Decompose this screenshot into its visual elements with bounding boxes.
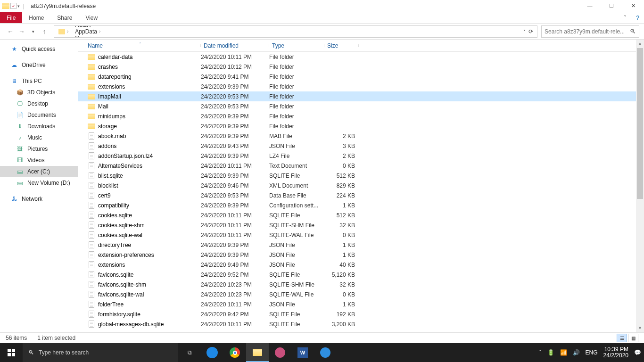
app-chrome[interactable] xyxy=(223,343,246,362)
tab-view[interactable]: View xyxy=(79,12,104,23)
forward-button[interactable]: → xyxy=(16,28,27,35)
col-date[interactable]: Date modified xyxy=(201,42,269,49)
file-row[interactable]: directoryTree24/2/2020 9:39 PMJSON File1… xyxy=(78,240,644,250)
file-row[interactable]: calendar-data24/2/2020 10:11 PMFile fold… xyxy=(78,52,644,62)
file-row[interactable]: blocklist24/2/2020 9:46 PMXML Document82… xyxy=(78,181,644,190)
minimize-button[interactable]: — xyxy=(579,0,601,12)
sidebar-pc-item[interactable]: 🖵Desktop xyxy=(0,98,78,109)
file-size: 1 KB xyxy=(324,301,359,308)
sidebar-network[interactable]: 🖧Network xyxy=(0,193,78,205)
tab-file[interactable]: File xyxy=(0,12,22,23)
tray-chevron-up-icon[interactable]: ˄ xyxy=(539,349,542,356)
file-row[interactable]: favicons.sqlite-wal24/2/2020 10:23 PMSQL… xyxy=(78,289,644,299)
file-row[interactable]: extensions24/2/2020 9:39 PMFile folder xyxy=(78,82,644,91)
app-generic-1[interactable] xyxy=(269,343,291,362)
breadcrumb-root-icon[interactable]: › xyxy=(56,29,73,34)
view-details-icon[interactable]: ☰ xyxy=(617,334,627,342)
help-icon[interactable]: ? xyxy=(631,12,644,23)
taskview-button[interactable]: ⧉ xyxy=(178,343,201,362)
sidebar-pc-item[interactable]: ⬇Downloads xyxy=(0,121,78,132)
ribbon-expand-icon[interactable]: ˅ xyxy=(619,12,631,23)
nav-bar: ← → ▾ ↑ › This PC›Acer (C:)›Users›ACER›A… xyxy=(0,24,644,40)
sidebar-pc-item[interactable]: 🖴New Volume (D:) xyxy=(0,177,78,189)
file-row[interactable]: Mail24/2/2020 9:53 PMFile folder xyxy=(78,101,644,111)
tray-battery-icon[interactable]: 🔋 xyxy=(547,349,554,356)
up-button[interactable]: ↑ xyxy=(39,28,50,35)
file-row[interactable]: cookies.sqlite-wal24/2/2020 10:11 PMSQLI… xyxy=(78,230,644,240)
app-word[interactable]: W xyxy=(291,343,314,362)
breadcrumb-segment[interactable]: AppData› xyxy=(73,28,142,35)
scroll-thumb[interactable] xyxy=(637,48,643,199)
search-input[interactable]: Search a8z37y9m.default-rele... 🔍︎ xyxy=(541,25,639,38)
checkbox-icon[interactable]: ✓ xyxy=(10,3,17,9)
col-name[interactable]: Name˄ xyxy=(85,42,201,49)
file-row[interactable]: datareporting24/2/2020 9:41 PMFile folde… xyxy=(78,72,644,82)
file-row[interactable]: compatibility24/2/2020 9:39 PMConfigurat… xyxy=(78,200,644,210)
file-row[interactable]: cookies.sqlite-shm24/2/2020 10:11 PMSQLI… xyxy=(78,220,644,230)
file-row[interactable]: crashes24/2/2020 10:12 PMFile folder xyxy=(78,62,644,72)
tray-language[interactable]: ENG xyxy=(586,349,598,356)
file-row[interactable]: formhistory.sqlite24/2/2020 9:42 PMSQLIT… xyxy=(78,309,644,319)
file-row[interactable]: favicons.sqlite24/2/2020 9:52 PMSQLITE F… xyxy=(78,270,644,280)
file-row[interactable]: global-messages-db.sqlite24/2/2020 10:11… xyxy=(78,319,644,329)
file-row[interactable]: minidumps24/2/2020 9:39 PMFile folder xyxy=(78,111,644,121)
app-edge[interactable] xyxy=(201,343,223,362)
start-button[interactable] xyxy=(0,343,23,362)
address-bar[interactable]: › This PC›Acer (C:)›Users›ACER›AppData›R… xyxy=(54,25,537,38)
maximize-button[interactable]: ☐ xyxy=(601,0,622,12)
refresh-icon[interactable]: ⟳ xyxy=(528,28,533,35)
scroll-down-icon[interactable]: ▼ xyxy=(636,324,644,332)
file-row[interactable]: addons24/2/2020 9:43 PMJSON File3 KB xyxy=(78,141,644,151)
file-row[interactable]: addonStartup.json.lz424/2/2020 9:39 PMLZ… xyxy=(78,151,644,161)
dropdown-icon[interactable]: ▾ xyxy=(17,4,20,8)
col-type[interactable]: Type xyxy=(269,42,324,49)
sidebar-quick-access[interactable]: ★Quick access xyxy=(0,43,78,55)
sidebar-pc-item[interactable]: 📄Documents xyxy=(0,109,78,121)
sidebar-pc-item[interactable]: 🖴Acer (C:) xyxy=(0,166,78,177)
file-row[interactable]: ImapMail24/2/2020 9:53 PMFile folder xyxy=(78,91,644,101)
file-row[interactable]: folderTree24/2/2020 10:11 PMJSON File1 K… xyxy=(78,299,644,309)
vertical-scrollbar[interactable]: ▲ ▼ xyxy=(636,40,644,332)
file-size: 0 KB xyxy=(324,232,359,239)
file-name: directoryTree xyxy=(98,242,131,248)
file-name: extension-preferences xyxy=(98,252,154,258)
tab-home[interactable]: Home xyxy=(22,12,50,23)
col-size[interactable]: Size xyxy=(324,42,359,49)
file-row[interactable]: cert924/2/2020 9:53 PMData Base File224 … xyxy=(78,190,644,200)
taskbar-search[interactable]: 🔍︎ Type here to search xyxy=(23,343,178,362)
close-button[interactable]: ✕ xyxy=(622,0,644,12)
file-name: Mail xyxy=(98,103,108,110)
sidebar-pc-item[interactable]: ♪Music xyxy=(0,132,78,143)
file-row[interactable]: extensions24/2/2020 9:49 PMJSON File40 K… xyxy=(78,260,644,270)
address-dropdown-icon[interactable]: ˅ xyxy=(523,29,526,34)
breadcrumb-segment[interactable]: Roaming› xyxy=(73,35,142,38)
tray-clock[interactable]: 10:39 PM 24/2/2020 xyxy=(603,346,628,359)
app-thunderbird[interactable] xyxy=(314,343,337,362)
file-row[interactable]: blist.sqlite24/2/2020 9:39 PMSQLITE File… xyxy=(78,171,644,181)
file-row[interactable]: storage24/2/2020 9:39 PMFile folder xyxy=(78,121,644,131)
tray-wifi-icon[interactable]: 📶 xyxy=(560,349,567,356)
file-row[interactable]: abook.mab24/2/2020 9:39 PMMAB File2 KB xyxy=(78,131,644,141)
app-file-explorer[interactable] xyxy=(246,343,269,362)
view-thumbnails-icon[interactable]: ▦ xyxy=(628,334,638,342)
file-date: 24/2/2020 9:53 PM xyxy=(201,93,269,100)
scroll-up-icon[interactable]: ▲ xyxy=(636,40,644,48)
file-type: JSON File xyxy=(269,301,324,308)
file-row[interactable]: AlternateServices24/2/2020 10:11 PMText … xyxy=(78,161,644,171)
tray-notifications-icon[interactable]: 💬 xyxy=(634,349,641,356)
sidebar-onedrive[interactable]: ☁OneDrive xyxy=(0,59,78,71)
file-name: abook.mab xyxy=(98,133,126,140)
back-button[interactable]: ← xyxy=(5,28,16,35)
tab-share[interactable]: Share xyxy=(50,12,79,23)
tray-volume-icon[interactable]: 🔊 xyxy=(573,349,580,356)
recent-dropdown-icon[interactable]: ▾ xyxy=(27,29,39,34)
sidebar-this-pc[interactable]: 🖥This PC xyxy=(0,75,78,87)
file-date: 24/2/2020 9:53 PM xyxy=(201,192,269,199)
sidebar-pc-item[interactable]: 📦3D Objects xyxy=(0,87,78,98)
sidebar-pc-item[interactable]: 🎞Videos xyxy=(0,155,78,166)
file-row[interactable]: favicons.sqlite-shm24/2/2020 10:23 PMSQL… xyxy=(78,280,644,289)
file-name: folderTree xyxy=(98,301,124,308)
file-row[interactable]: cookies.sqlite24/2/2020 10:11 PMSQLITE F… xyxy=(78,210,644,220)
sidebar-pc-item[interactable]: 🖼Pictures xyxy=(0,143,78,155)
file-row[interactable]: extension-preferences24/2/2020 9:39 PMJS… xyxy=(78,250,644,260)
